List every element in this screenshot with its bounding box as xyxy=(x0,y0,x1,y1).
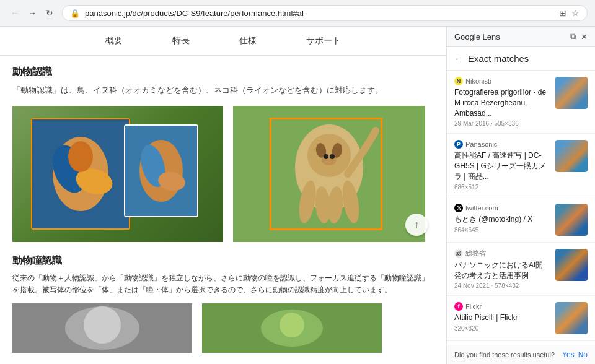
tab-features[interactable]: 特長 xyxy=(172,33,190,49)
site-name-3: twitter.com xyxy=(465,204,498,212)
result-source-1: N Nikonisti Fotografierea prigoriilor - … xyxy=(454,77,550,127)
lens-panel-title: Google Lens xyxy=(454,32,500,41)
section1-desc: 「動物認識」は、鳥、イヌ科（オオカミなどを含む）、ネコ科（ライオンなどを含む）に… xyxy=(12,85,434,96)
section2-desc: 従来の「動物＋人物認識」から「動物認識」を独立しながら、さらに動物の瞳を認識し、… xyxy=(12,272,434,296)
lens-result-item[interactable]: f Flickr Attilio Piselli | Flickr 320×32… xyxy=(447,296,595,341)
bottom-image-2 xyxy=(202,303,382,353)
page-content: 動物認識 「動物認識」は、鳥、イヌ科（オオカミなどを含む）、ネコ科（ライオンなど… xyxy=(0,56,446,364)
lens-subtitle: Exact matches xyxy=(468,53,529,64)
result-site-row-3: 𝕏 twitter.com xyxy=(454,204,550,212)
feedback-yes-button[interactable]: Yes xyxy=(562,350,575,359)
result-thumb-5 xyxy=(555,302,588,334)
bookmark-icon[interactable]: ☆ xyxy=(571,8,580,18)
section2-title: 動物瞳認識 xyxy=(12,254,434,267)
result-site-row-5: f Flickr xyxy=(454,302,550,311)
result-title-4: パナソニックにおけるAI開発の考え方と活用事例 xyxy=(454,260,550,281)
svg-point-27 xyxy=(280,313,304,337)
favicon-twitter: 𝕏 xyxy=(454,204,463,212)
bottom-images xyxy=(12,303,434,353)
result-title-2: 高性能AF / 高速連写 | DC-GH5S | Gシリーズ一眼カメラ | 商品… xyxy=(454,150,550,181)
lens-result-item[interactable]: 総 総務省 パナソニックにおけるAI開発の考え方と活用事例 24 Nov 202… xyxy=(447,243,595,297)
back-arrow-icon[interactable]: ← xyxy=(454,54,463,64)
svg-point-4 xyxy=(68,141,93,172)
result-title-1: Fotografierea prigoriilor - de M ircea B… xyxy=(454,87,550,118)
reload-button[interactable]: ↻ xyxy=(42,6,57,20)
result-site-row-1: N Nikonisti xyxy=(454,77,550,85)
result-source-2: P Panasonic 高性能AF / 高速連写 | DC-GH5S | Gシリ… xyxy=(454,140,550,190)
main-area: 概要 特長 仕様 サポート 動物認識 「動物認識」は、鳥、イヌ科（オオカミなどを… xyxy=(0,27,595,364)
lens-panel: Google Lens ⧉ ✕ ← Exact matches N Nikon xyxy=(446,27,595,364)
result-site-row-2: P Panasonic xyxy=(454,140,550,149)
site-name-4: 総務省 xyxy=(465,249,486,258)
favicon-flickr: f xyxy=(454,302,463,311)
result-source-4: 総 総務省 パナソニックにおけるAI開発の考え方と活用事例 24 Nov 202… xyxy=(454,249,550,290)
site-name-1: Nikonisti xyxy=(465,77,491,85)
favicon-somusho: 総 xyxy=(454,249,463,258)
bottom-image-1 xyxy=(12,303,192,353)
favicon-nikonisti: N xyxy=(454,77,463,85)
lens-header: Google Lens ⧉ ✕ xyxy=(447,27,595,47)
images-row: ↑ xyxy=(12,106,434,242)
nav-tabs: 概要 特長 仕様 サポート xyxy=(0,27,446,56)
address-icons: ⊞ ☆ xyxy=(559,8,580,18)
translate-icon[interactable]: ⊞ xyxy=(559,8,566,18)
external-link-icon[interactable]: ⧉ xyxy=(570,32,576,41)
feedback-text: Did you find these results useful? xyxy=(454,350,562,359)
result-thumb-1 xyxy=(555,77,588,109)
result-meta-3: 864×645 xyxy=(454,227,550,233)
lens-result-item[interactable]: N Nikonisti Fotografierea prigoriilor - … xyxy=(447,71,595,134)
nav-buttons: ← → ↻ xyxy=(7,6,57,20)
result-source-5: f Flickr Attilio Piselli | Flickr 320×32… xyxy=(454,302,550,332)
bird-secondary-image xyxy=(124,124,198,217)
site-name-5: Flickr xyxy=(465,303,482,310)
lens-results: N Nikonisti Fotografierea prigoriilor - … xyxy=(447,71,595,345)
result-title-3: もとき (@motoking) / X xyxy=(454,214,550,225)
result-title-5: Attilio Piselli | Flickr xyxy=(454,313,550,323)
tab-support[interactable]: サポート xyxy=(306,33,341,49)
lock-icon: 🔒 xyxy=(70,9,80,18)
result-thumb-3 xyxy=(555,204,588,236)
feedback-buttons: Yes No xyxy=(562,350,588,359)
lens-feedback: Did you find these results useful? Yes N… xyxy=(447,345,595,364)
result-meta-5: 320×320 xyxy=(454,325,550,332)
result-meta-2: 686×512 xyxy=(454,184,550,191)
result-meta-1: 29 Mar 2016 · 505×336 xyxy=(454,120,550,127)
address-bar[interactable]: 🔒 panasonic.jp/dc/products/DC-S9/feature… xyxy=(62,5,588,21)
result-thumb-2 xyxy=(555,140,588,172)
lens-result-item[interactable]: 𝕏 twitter.com もとき (@motoking) / X 864×64… xyxy=(447,197,595,243)
result-thumb-4 xyxy=(555,249,588,281)
tab-specs[interactable]: 仕様 xyxy=(239,33,257,49)
dog-image-block xyxy=(233,106,425,242)
site-name-2: Panasonic xyxy=(465,141,497,148)
lens-subheader: ← Exact matches xyxy=(447,47,595,71)
result-meta-4: 24 Nov 2021 · 578×432 xyxy=(454,282,550,289)
feedback-no-button[interactable]: No xyxy=(578,350,588,359)
webpage: 概要 特長 仕様 サポート 動物認識 「動物認識」は、鳥、イヌ科（オオカミなどを… xyxy=(0,27,446,364)
dog-bounding-box xyxy=(270,118,382,230)
tab-overview[interactable]: 概要 xyxy=(105,33,123,49)
lens-result-item[interactable]: P Panasonic 高性能AF / 高速連写 | DC-GH5S | Gシリ… xyxy=(447,134,595,197)
birds-image-block xyxy=(12,106,223,242)
scroll-up-button[interactable]: ↑ xyxy=(405,214,428,236)
forward-button[interactable]: → xyxy=(25,6,40,20)
bird-main-image xyxy=(31,118,130,230)
browser-chrome: ← → ↻ 🔒 panasonic.jp/dc/products/DC-S9/f… xyxy=(0,0,595,27)
back-button[interactable]: ← xyxy=(7,6,22,20)
result-site-row-4: 総 総務省 xyxy=(454,249,550,258)
lens-header-icons: ⧉ ✕ xyxy=(570,32,588,41)
url-text: panasonic.jp/dc/products/DC-S9/feature/p… xyxy=(85,9,554,18)
svg-point-24 xyxy=(84,306,121,344)
favicon-panasonic: P xyxy=(454,140,463,149)
section1-title: 動物認識 xyxy=(12,66,434,79)
close-icon[interactable]: ✕ xyxy=(581,32,588,41)
result-source-3: 𝕏 twitter.com もとき (@motoking) / X 864×64… xyxy=(454,204,550,233)
